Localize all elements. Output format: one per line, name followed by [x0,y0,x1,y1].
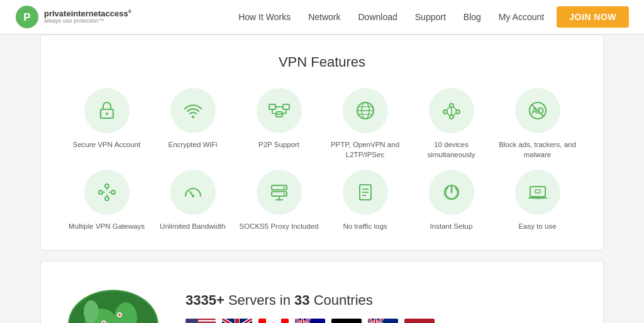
laptop-icon [526,181,549,204]
feature-devices: 10 devices simultaneously [411,88,492,160]
feature-instant-setup: Instant Setup [411,170,492,231]
svg-point-27 [111,190,115,194]
svg-rect-49 [535,190,540,193]
svg-rect-95 [302,319,303,323]
nav-how-it-works[interactable]: How It Works [238,12,291,22]
nav-links: How It Works Network Download Support Bl… [238,12,544,22]
speed-icon [182,181,204,204]
gateways-icon [96,181,118,204]
main-content: VPN Features Secure VPN Account [0,35,644,323]
feature-p2p: P2P Support [238,88,319,160]
flag-new-zealand: ★ ★ ★ ★ [368,319,398,323]
block-ads-icon-circle: AD [515,88,560,133]
join-now-button[interactable]: JOIN NOW [557,6,629,28]
servers-info: 3335+ Servers in 33 Countries ★★ [186,292,578,323]
svg-rect-84 [258,319,266,323]
svg-line-20 [447,107,450,110]
vpn-features-title: VPN Features [66,54,578,70]
svg-point-55 [84,300,99,323]
servers-count: 3335+ [186,292,225,308]
svg-point-13 [450,104,453,107]
no-logs-icon [354,181,377,204]
vpn-protocols-label: PPTP, OpenVPN and L2TP/IPSec [325,140,406,160]
instant-setup-icon-circle [429,170,474,215]
navbar: P privateinternetaccess® always use prot… [0,0,644,35]
logo-link[interactable]: P privateinternetaccess® always use prot… [15,5,131,29]
bandwidth-label: Unlimited Bandwidth [160,221,226,231]
feature-vpn-protocols: PPTP, OpenVPN and L2TP/IPSec [325,88,406,160]
devices-icon-circle [429,88,474,133]
svg-rect-6 [283,104,289,109]
feature-easy-to-use: Easy to use [497,170,578,231]
p2p-icon-circle [257,88,302,133]
vpn-features-section: VPN Features Secure VPN Account [40,35,604,251]
svg-point-60 [118,314,121,316]
devices-label: 10 devices simultaneously [411,140,492,160]
svg-rect-115 [404,319,435,323]
svg-text:P: P [23,11,30,23]
no-logs-label: No traffic logs [343,221,387,231]
flag-netherlands [404,319,435,323]
globe-container [66,274,167,323]
svg-rect-98 [331,319,362,323]
svg-point-36 [283,187,285,189]
servers-text: Servers in [225,292,294,308]
svg-point-3 [106,112,108,115]
globe-svg [66,274,167,323]
socks5-icon-circle [257,170,302,215]
lock-icon [96,99,118,122]
block-ads-label: Block ads, trackers, and malware [497,140,578,160]
flag-germany [331,319,362,323]
flag-uk [222,319,252,323]
wifi-icon [182,99,204,122]
feature-encrypted-wifi: Encrypted WiFi [152,88,233,160]
easy-to-use-icon-circle [515,170,560,215]
no-logs-icon-circle [343,170,388,215]
globe-vpn-icon [354,99,377,122]
feature-secure-vpn: Secure VPN Account [66,88,147,160]
countries-label: Countries [310,292,373,308]
block-ads-icon: AD [526,99,549,122]
svg-rect-46 [530,187,545,197]
devices-icon [440,99,463,122]
server-icon [268,181,291,204]
pia-logo-icon: P [15,5,39,29]
flag-usa: ★★★ [186,319,216,323]
logo-name: privateinternetaccess® [44,9,131,19]
svg-point-28 [105,197,109,200]
svg-point-33 [192,195,194,197]
nav-download[interactable]: Download [358,12,397,22]
svg-line-19 [453,113,456,116]
feature-block-ads: AD Block ads, trackers, and malware [497,88,578,160]
power-icon [440,181,463,204]
flags-row: ★★★ [186,319,578,323]
svg-rect-109 [375,319,376,323]
nav-support[interactable]: Support [415,12,446,22]
servers-title: 3335+ Servers in 33 Countries [186,292,578,309]
feature-no-logs: No traffic logs [325,170,406,231]
svg-point-4 [192,116,194,118]
feature-gateways: Multiple VPN Gateways [66,170,147,231]
nav-network[interactable]: Network [308,12,340,22]
bandwidth-icon-circle [170,170,216,215]
gateways-label: Multiple VPN Gateways [69,221,145,231]
svg-point-37 [283,193,285,195]
secure-vpn-icon-circle [84,88,130,133]
secure-vpn-label: Secure VPN Account [73,140,140,150]
p2p-icon [268,99,291,122]
svg-rect-85 [281,319,289,323]
vpn-protocols-icon-circle [343,88,388,133]
svg-rect-5 [269,104,275,109]
encrypted-wifi-icon-circle [170,88,216,133]
nav-my-account[interactable]: My Account [499,12,544,22]
flag-australia: ✦ [295,319,325,323]
nav-blog[interactable]: Blog [464,12,481,22]
svg-rect-81 [235,319,239,323]
svg-line-21 [453,107,457,110]
svg-point-25 [99,190,103,194]
instant-setup-label: Instant Setup [430,221,473,231]
svg-point-26 [105,184,109,188]
feature-socks5: SOCKS5 Proxy Included [238,170,319,231]
svg-line-18 [447,113,450,116]
easy-to-use-label: Easy to use [518,221,556,231]
